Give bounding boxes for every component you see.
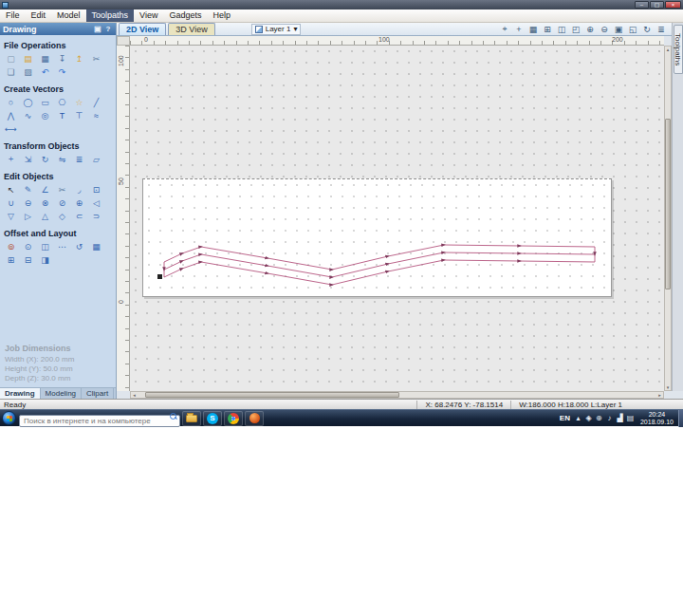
zoom-out-icon[interactable]: ⊖ — [598, 24, 611, 35]
draw-rectangle-icon[interactable]: ▭ — [37, 96, 53, 108]
measure-icon[interactable]: ∠ — [37, 183, 53, 196]
save-icon[interactable]: ▦ — [37, 52, 53, 65]
drawing-canvas[interactable] — [130, 46, 664, 391]
start-button[interactable] — [2, 411, 16, 425]
search-input[interactable] — [19, 415, 180, 427]
import-vectors-icon[interactable]: ↧ — [54, 52, 70, 65]
maximize-button[interactable]: ▢ — [650, 1, 664, 9]
flip-down-icon[interactable]: ▽ — [3, 210, 19, 222]
export-vectors-icon[interactable]: ↥ — [71, 52, 87, 65]
trim-icon[interactable]: ✂ — [54, 183, 70, 196]
antivirus-icon[interactable]: ◈ — [583, 414, 594, 422]
distort-icon[interactable]: ▱ — [88, 153, 104, 165]
redo-icon[interactable]: ↷ — [54, 65, 70, 78]
menu-item[interactable]: Model — [51, 9, 86, 22]
draw-ellipse-icon[interactable]: ◯ — [20, 96, 36, 108]
group-icon[interactable]: ⊡ — [88, 183, 104, 196]
linear-array-icon[interactable]: ⊟ — [20, 253, 36, 266]
pan-tool-icon[interactable]: + — [512, 24, 526, 35]
fillet-icon[interactable]: ◞ — [71, 183, 87, 196]
copy-along-icon[interactable]: ⋯ — [54, 240, 70, 252]
text-on-curve-icon[interactable]: ≈ — [88, 109, 104, 121]
zoom-extents-icon[interactable]: ▣ — [612, 24, 625, 35]
rotate-icon[interactable]: ↻ — [37, 153, 53, 165]
intersect-icon[interactable]: ⊗ — [37, 196, 53, 209]
show-desktop-button[interactable] — [678, 410, 683, 427]
vertical-scrollbar[interactable]: ▴ ▾ — [664, 46, 672, 391]
menu-item[interactable]: Gadgets — [163, 9, 207, 22]
nesting-icon[interactable]: ▦ — [88, 240, 104, 252]
rotate-copy-icon[interactable]: ↺ — [71, 240, 87, 252]
move-icon[interactable]: ＋ — [3, 153, 19, 165]
scroll-right-icon[interactable]: ▸ — [656, 392, 663, 398]
menu-item[interactable]: Toolpaths — [86, 9, 135, 22]
paste-icon[interactable]: ▨ — [20, 65, 36, 78]
array-copy-icon[interactable]: ◫ — [37, 240, 53, 252]
toolpaths-drawer-tab[interactable]: Toolpaths — [674, 25, 683, 74]
text-tool-icon[interactable]: T — [54, 109, 70, 121]
slice-icon[interactable]: ⊘ — [54, 196, 70, 209]
open-file-icon[interactable]: ▤ — [20, 52, 36, 65]
grid-array-icon[interactable]: ⊞ — [3, 253, 19, 266]
tray-expand-icon[interactable]: ▴ — [573, 414, 583, 422]
node-edit-icon[interactable]: ✎ — [20, 183, 36, 196]
subtract-icon[interactable]: ⊖ — [20, 196, 36, 209]
menu-item[interactable]: Edit — [26, 9, 52, 22]
language-indicator[interactable]: EN — [557, 414, 573, 422]
zoom-in-icon[interactable]: ⊕ — [583, 24, 597, 35]
menu-item[interactable]: File — [0, 9, 26, 22]
tab-2d-view[interactable]: 2D View — [119, 23, 166, 35]
draw-spiral-icon[interactable]: ◎ — [37, 109, 53, 121]
cursor-tool-icon[interactable]: ⌖ — [498, 24, 511, 35]
mirror-layout-icon[interactable]: ◨ — [37, 253, 53, 266]
action-center-icon[interactable]: ▤ — [625, 414, 636, 422]
network-icon[interactable]: ▟ — [615, 414, 625, 422]
toolpath-vector[interactable] — [164, 260, 595, 285]
horizontal-scrollbar[interactable]: ◂ ▸ — [130, 391, 664, 399]
inset-icon[interactable]: ⊙ — [20, 240, 36, 252]
app-button[interactable] — [245, 411, 264, 426]
refresh-view-icon[interactable]: ↻ — [640, 24, 654, 35]
tab-3d-view[interactable]: 3D View — [168, 23, 214, 35]
cut-icon[interactable]: ✂ — [88, 52, 104, 65]
close-vector-icon[interactable]: ⊃ — [88, 210, 104, 222]
pushpin-icon[interactable]: ▣ — [93, 25, 102, 33]
dimension-icon[interactable]: ⟷ — [3, 122, 19, 135]
menu-item[interactable]: View — [134, 9, 163, 22]
scale-icon[interactable]: ⇲ — [20, 153, 36, 165]
explorer-button[interactable] — [182, 411, 201, 426]
panel-tab[interactable]: Drawing — [0, 388, 41, 399]
snap-toggle-icon[interactable]: ⊞ — [541, 24, 554, 35]
zoom-rect-icon[interactable]: ◰ — [569, 24, 582, 35]
chrome-button[interactable] — [224, 411, 243, 426]
draw-polyline-icon[interactable]: ⋀ — [3, 109, 19, 121]
vertical-scroll-thumb[interactable] — [665, 119, 671, 289]
draw-polygon-icon[interactable]: ⎔ — [54, 96, 70, 108]
copy-icon[interactable]: ❏ — [3, 65, 19, 78]
view-options-icon[interactable]: ≣ — [655, 24, 668, 35]
close-button[interactable]: × — [665, 1, 681, 9]
guides-toggle-icon[interactable]: ◫ — [555, 24, 568, 35]
volume-icon[interactable]: ♪ — [604, 414, 615, 422]
flip-up-icon[interactable]: △ — [37, 210, 53, 222]
undo-icon[interactable]: ↶ — [37, 65, 53, 78]
scroll-down-icon[interactable]: ▾ — [665, 384, 672, 390]
offset-icon[interactable]: ⊚ — [3, 240, 19, 252]
draw-line-icon[interactable]: ╱ — [88, 96, 104, 108]
chamfer-icon[interactable]: ◇ — [54, 210, 70, 222]
new-file-icon[interactable]: ▢ — [3, 52, 19, 65]
clock[interactable]: 20:24 2018.09.10 — [636, 411, 678, 426]
add-boolean-icon[interactable]: ⊕ — [71, 196, 87, 209]
weld-icon[interactable]: ∪ — [3, 196, 19, 209]
menu-item[interactable]: Help — [207, 9, 236, 22]
skype-button[interactable]: S — [203, 411, 222, 426]
help-icon[interactable]: ? — [103, 25, 113, 33]
select-icon[interactable]: ↖ — [3, 183, 19, 196]
minimize-button[interactable]: – — [635, 1, 649, 9]
draw-circle-icon[interactable]: ○ — [3, 96, 19, 108]
toolpath-start-node[interactable] — [157, 274, 162, 279]
layer-selector[interactable]: Layer 1 ▾ — [251, 24, 302, 35]
grid-toggle-icon[interactable]: ▦ — [526, 24, 540, 35]
extend-icon[interactable]: ⊂ — [71, 210, 87, 222]
flip-right-icon[interactable]: ▷ — [20, 210, 36, 222]
